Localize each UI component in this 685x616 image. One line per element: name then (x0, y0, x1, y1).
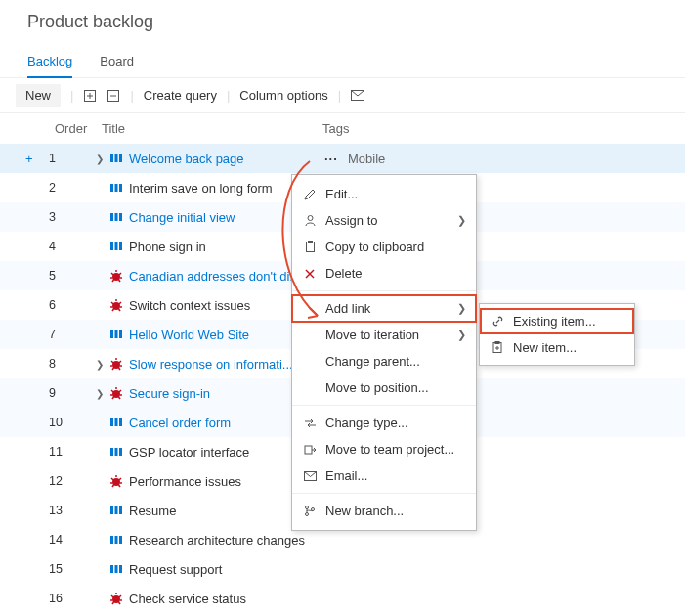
pencil-icon (304, 188, 325, 200)
menu-delete[interactable]: Delete (292, 260, 476, 286)
expand-all-icon[interactable] (83, 89, 97, 103)
menu-copy[interactable]: Copy to clipboard (292, 234, 476, 260)
collapse-all-icon[interactable] (107, 89, 120, 103)
menu-label: Move to iteration (325, 328, 419, 342)
order-value: 10 (49, 416, 96, 429)
chevron-right-icon[interactable]: ❯ (96, 359, 109, 370)
menu-separator (292, 493, 476, 494)
order-value: 1 (49, 152, 96, 165)
work-item-title[interactable]: Check service status (129, 592, 324, 606)
menu-move-team-project[interactable]: Move to team project... (292, 436, 476, 462)
menu-separator (292, 290, 476, 291)
menu-label: New item... (513, 340, 577, 355)
work-item-title[interactable]: Welcome back page (129, 152, 324, 166)
pbi-icon (109, 416, 129, 429)
order-value: 14 (49, 533, 96, 547)
menu-change-parent[interactable]: Change parent... (292, 348, 476, 374)
pbi-icon (109, 210, 129, 224)
menu-label: Assign to (325, 213, 377, 228)
pbi-icon (109, 152, 129, 165)
chevron-right-icon: ❯ (457, 302, 466, 315)
context-menu: Edit... Assign to ❯ Copy to clipboard De… (291, 174, 477, 531)
order-value: 2 (49, 181, 96, 195)
tab-bar: Backlog Board (0, 32, 685, 78)
add-icon[interactable]: + (25, 152, 49, 166)
menu-move-iteration[interactable]: Move to iteration ❯ (292, 322, 476, 348)
work-item-title[interactable]: Research architecture changes (129, 533, 324, 548)
menu-add-link[interactable]: Add link ❯ (292, 295, 476, 322)
order-value: 13 (49, 504, 96, 517)
table-row[interactable]: 16Check service status (0, 584, 685, 613)
pbi-icon (109, 533, 129, 547)
menu-label: Change parent... (325, 354, 420, 369)
order-value: 3 (49, 210, 96, 224)
table-row[interactable]: +1❯Welcome back page···Mobile (0, 144, 685, 173)
separator: | (130, 88, 133, 103)
separator: | (227, 88, 230, 103)
pbi-icon (109, 181, 129, 195)
order-value: 8 (49, 357, 96, 371)
order-value: 5 (49, 269, 96, 283)
menu-label: Move to team project... (325, 442, 454, 457)
svg-point-25 (306, 513, 309, 516)
clipboard-plus-icon (492, 341, 513, 354)
column-headers: Order Title Tags (0, 113, 685, 144)
tab-board[interactable]: Board (100, 54, 134, 77)
menu-label: Move to position... (325, 380, 429, 395)
link-icon (492, 315, 513, 328)
chevron-right-icon: ❯ (457, 214, 466, 227)
chevron-right-icon[interactable]: ❯ (96, 388, 109, 399)
pbi-icon (109, 240, 129, 253)
menu-assign-to[interactable]: Assign to ❯ (292, 207, 476, 234)
order-value: 4 (49, 240, 96, 253)
menu-label: New branch... (325, 504, 404, 518)
svg-point-17 (308, 216, 313, 221)
add-link-submenu: Existing item... New item... (479, 303, 635, 366)
menu-label: Existing item... (513, 314, 596, 329)
pbi-icon (109, 504, 129, 517)
clipboard-icon (304, 241, 325, 253)
more-actions-icon[interactable]: ··· (324, 152, 348, 166)
order-value: 12 (49, 474, 96, 488)
menu-move-position[interactable]: Move to position... (292, 374, 476, 401)
order-value: 11 (49, 445, 96, 459)
email-icon (304, 471, 325, 481)
column-order[interactable]: Order (55, 121, 102, 136)
column-options-button[interactable]: Column options (239, 88, 327, 103)
menu-email[interactable]: Email... (292, 462, 476, 489)
menu-edit[interactable]: Edit... (292, 181, 476, 207)
chevron-right-icon[interactable]: ❯ (96, 154, 109, 164)
work-item-title[interactable]: Request support (129, 562, 324, 577)
order-value: 15 (49, 562, 96, 576)
menu-new-branch[interactable]: New branch... (292, 498, 476, 524)
order-value: 6 (49, 298, 96, 312)
tab-backlog[interactable]: Backlog (27, 54, 72, 78)
delete-icon (304, 268, 325, 280)
move-project-icon (304, 444, 325, 456)
bug-icon (109, 474, 129, 488)
menu-label: Change type... (325, 416, 408, 430)
tag-value: Mobile (348, 152, 385, 166)
bug-icon (109, 386, 129, 400)
menu-label: Edit... (325, 187, 358, 201)
column-title[interactable]: Title (102, 121, 322, 136)
menu-change-type[interactable]: Change type... (292, 410, 476, 436)
column-tags[interactable]: Tags (322, 121, 349, 136)
bug-icon (109, 357, 129, 371)
email-icon[interactable] (351, 89, 364, 103)
separator: | (338, 88, 341, 103)
pbi-icon (109, 445, 129, 459)
table-row[interactable]: 15Request support (0, 554, 685, 584)
bug-icon (109, 269, 129, 283)
branch-icon (304, 505, 325, 517)
pbi-icon (109, 562, 129, 576)
new-button[interactable]: New (16, 84, 61, 107)
submenu-new-item[interactable]: New item... (480, 334, 634, 361)
order-value: 9 (49, 386, 96, 400)
create-query-button[interactable]: Create query (144, 88, 217, 103)
person-icon (304, 214, 325, 227)
menu-label: Add link (325, 301, 370, 316)
order-value: 7 (49, 328, 96, 341)
submenu-existing-item[interactable]: Existing item... (480, 308, 634, 334)
page-title: Product backlog (0, 0, 685, 32)
